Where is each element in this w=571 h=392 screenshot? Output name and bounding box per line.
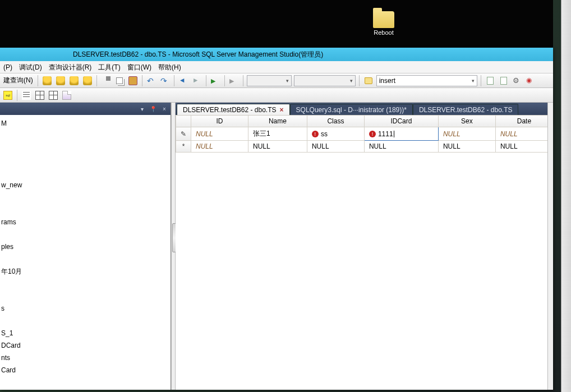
menu-item[interactable]: 调试(D) [16,61,45,73]
combo-disabled-1[interactable]: ▾ [247,75,292,86]
undo-button[interactable] [146,75,157,86]
tree-item[interactable]: s [0,302,169,315]
toolbar-separator [38,75,38,86]
column-header[interactable]: IDCard [364,116,438,127]
toolbar-separator [17,90,17,101]
insert-combo[interactable]: insert▾ [376,75,477,86]
tree-item[interactable] [0,204,169,216]
cell-value: NULL [443,142,461,150]
tree-item[interactable]: Card [0,364,169,376]
panel-menu-icon[interactable]: ▾ [138,105,146,113]
new-query-button[interactable]: 建查询(N) [2,76,34,85]
paste-button[interactable] [127,75,139,86]
table-cell[interactable]: NULL [438,141,495,153]
panel-header[interactable]: ▾ 📍 × [0,103,171,115]
tree-item[interactable] [0,167,169,179]
db-button-2[interactable] [55,75,66,86]
menu-item[interactable]: 工具(T) [95,61,123,73]
document-tab[interactable]: DLSERVER.testDB62 - dbo.TS [413,104,519,115]
window-titlebar[interactable]: DLSERVER.testDB62 - dbo.TS - Microsoft S… [0,48,553,61]
tree-item[interactable] [0,278,169,290]
cell-value: NULL [196,142,213,150]
table-row[interactable]: *NULLNULLNULLNULLNULLNULL [176,141,553,153]
document-tab[interactable]: DLSERVER.testDB62 - dbo.TS× [177,104,290,115]
table-button-1[interactable] [34,90,45,101]
table-cell[interactable]: NULL [364,141,438,153]
column-header[interactable]: ID [191,116,248,127]
table-cell[interactable]: 张三1 [248,127,307,141]
sql-button[interactable]: sql [2,90,13,101]
db-button-1[interactable] [42,75,53,86]
object-explorer-list[interactable]: Mw_newramsples年10月sS_1DCardntsCards [0,115,171,390]
row-selector-header[interactable] [176,116,191,127]
cell-value: 1111 [378,130,393,138]
redo-button[interactable] [159,75,171,86]
tree-item[interactable] [0,315,169,327]
table-cell[interactable]: NULL [191,127,248,141]
tree-item[interactable]: nts [0,352,169,364]
tree-item[interactable] [0,142,169,154]
table-cell[interactable]: NULL [248,141,307,153]
table-cell[interactable]: NULL [307,141,364,153]
db-button-3[interactable] [68,75,80,86]
table-cell[interactable]: NULL [438,127,495,141]
tree-item[interactable]: ples [0,241,169,253]
results-button[interactable] [61,90,72,101]
column-header[interactable]: Date [495,116,552,127]
tool-btn-c[interactable] [512,75,523,86]
right-scroll-strip[interactable] [547,103,553,390]
tool-btn-b[interactable] [498,75,509,86]
tree-item[interactable] [0,376,169,389]
run-disabled-button[interactable] [228,75,240,86]
tree-item[interactable] [0,191,169,204]
tool-btn-a[interactable] [485,75,496,86]
tree-item[interactable] [0,290,169,302]
table-cell[interactable]: NULL [191,141,248,153]
db-button-4[interactable] [82,75,93,86]
close-icon[interactable]: × [280,106,284,114]
data-grid[interactable]: IDNameClassIDCardSexDate ✎NULL张三1!ss!111… [176,115,553,390]
desktop-folder-reboot[interactable]: Reboot [370,11,397,36]
execute-button[interactable] [210,75,221,86]
menu-item[interactable]: 帮助(H) [155,61,185,73]
tool-btn-d[interactable]: ◉ [525,75,536,86]
tree-item[interactable] [0,228,169,241]
vertical-splitter[interactable] [171,103,176,390]
panel-pin-icon[interactable]: 📍 [149,105,157,113]
table-row[interactable]: ✎NULL张三1!ss!1111NULLNULL [176,127,553,141]
tree-item[interactable]: 年10月 [0,265,169,278]
nav-fwd-button[interactable]: ► [191,75,202,86]
copy-button[interactable] [114,75,125,86]
column-header[interactable]: Sex [438,116,495,127]
tree-item[interactable] [0,130,169,142]
list-button[interactable] [21,90,32,101]
open-button[interactable] [363,75,374,86]
database-icon [43,76,52,85]
outer-scrollbar[interactable] [561,0,571,392]
column-header[interactable]: Class [307,116,364,127]
panel-close-icon[interactable]: × [160,105,168,113]
row-marker[interactable]: ✎ [176,127,191,141]
nav-back-button[interactable]: ◄ [178,75,189,86]
tree-item[interactable] [0,154,169,167]
row-marker[interactable]: * [176,141,191,153]
document-tab[interactable]: SQLQuery3.sql - D···inistrator (189))* [290,104,413,115]
table-button-2[interactable] [48,90,59,101]
menu-item[interactable]: 查询设计器(R) [45,61,95,73]
menu-item[interactable]: (P) [0,61,16,73]
menu-item[interactable]: 窗口(W) [124,61,155,73]
table-cell[interactable]: !ss [307,127,364,141]
tree-item[interactable] [0,253,169,265]
tree-item[interactable]: w_new [0,179,169,191]
tree-item[interactable] [0,389,169,390]
table-cell[interactable]: !1111 [364,127,438,141]
tree-item[interactable]: rams [0,216,169,228]
table-cell[interactable]: NULL [495,141,552,153]
combo-disabled-2[interactable]: ▾ [294,75,356,86]
tree-item[interactable]: M [0,117,169,130]
table-cell[interactable]: NULL [495,127,552,141]
tree-item[interactable]: S_1 [0,327,169,339]
cut-button[interactable] [100,75,112,86]
column-header[interactable]: Name [248,116,307,127]
tree-item[interactable]: DCard [0,339,169,352]
